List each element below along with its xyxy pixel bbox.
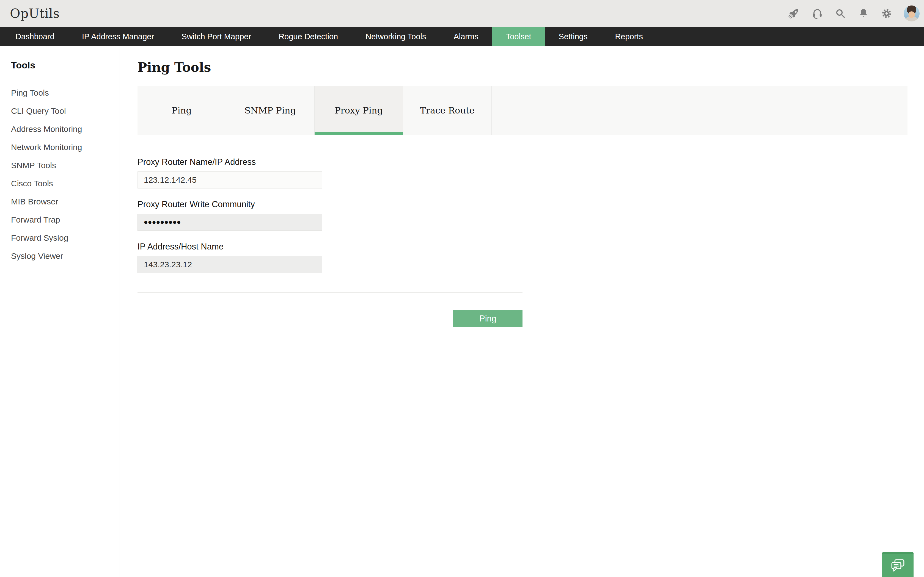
nav-item-rogue-detection[interactable]: Rogue Detection [265, 27, 352, 46]
tabstrip-filler [492, 86, 908, 135]
sidebar-item-snmp-tools[interactable]: SNMP Tools [0, 156, 120, 174]
ip-address-host-name-label: IP Address/Host Name [137, 242, 322, 252]
headset-icon[interactable] [811, 7, 823, 19]
tab-ping[interactable]: Ping [137, 86, 226, 135]
rocket-icon[interactable] [788, 7, 800, 19]
sidebar-item-syslog-viewer[interactable]: Syslog Viewer [0, 247, 120, 265]
sidebar-item-network-monitoring[interactable]: Network Monitoring [0, 138, 120, 156]
tools-sidebar: Tools Ping Tools CLI Query Tool Address … [0, 46, 120, 577]
tab-proxy-ping[interactable]: Proxy Ping [315, 86, 403, 135]
app-logo[interactable]: OpUtils [10, 6, 60, 21]
sidebar-item-address-monitoring[interactable]: Address Monitoring [0, 120, 120, 138]
sidebar-item-cli-query-tool[interactable]: CLI Query Tool [0, 102, 120, 120]
proxy-router-write-community-label: Proxy Router Write Community [137, 200, 322, 210]
topbar-actions [788, 0, 919, 27]
top-bar: OpUtils [0, 0, 924, 27]
sidebar-list: Ping Tools CLI Query Tool Address Monito… [0, 84, 120, 265]
sidebar-item-forward-trap[interactable]: Forward Trap [0, 211, 120, 229]
ping-button[interactable]: Ping [453, 310, 522, 327]
avatar[interactable] [904, 5, 919, 21]
proxy-router-name-label: Proxy Router Name/IP Address [137, 157, 322, 167]
nav-item-settings[interactable]: Settings [545, 27, 601, 46]
page-title: Ping Tools [137, 60, 908, 75]
form-divider [137, 292, 522, 293]
proxy-ping-form: Proxy Router Name/IP Address Proxy Route… [137, 157, 322, 273]
main-content: Ping Tools Ping SNMP Ping Proxy Ping Tra… [120, 46, 924, 577]
main-nav: Dashboard IP Address Manager Switch Port… [0, 27, 924, 46]
nav-item-ip-address-manager[interactable]: IP Address Manager [68, 27, 168, 46]
sidebar-item-cisco-tools[interactable]: Cisco Tools [0, 174, 120, 193]
nav-item-alarms[interactable]: Alarms [440, 27, 492, 46]
nav-item-reports[interactable]: Reports [601, 27, 657, 46]
tab-snmp-ping[interactable]: SNMP Ping [226, 86, 315, 135]
proxy-router-name-input[interactable] [137, 171, 322, 189]
nav-item-networking-tools[interactable]: Networking Tools [352, 27, 440, 46]
nav-item-toolset[interactable]: Toolset [492, 27, 545, 46]
nav-item-dashboard[interactable]: Dashboard [2, 27, 68, 46]
proxy-router-write-community-input[interactable] [137, 214, 322, 231]
button-row: Ping [137, 310, 522, 327]
nav-item-switch-port-mapper[interactable]: Switch Port Mapper [168, 27, 265, 46]
search-icon[interactable] [834, 7, 846, 19]
support-chat-button[interactable] [882, 552, 914, 577]
sidebar-item-ping-tools[interactable]: Ping Tools [0, 84, 120, 102]
sidebar-item-mib-browser[interactable]: MIB Browser [0, 193, 120, 211]
gear-icon[interactable] [880, 7, 893, 19]
chat-icon [890, 559, 906, 572]
sidebar-item-forward-syslog[interactable]: Forward Syslog [0, 229, 120, 247]
tab-trace-route[interactable]: Trace Route [403, 86, 492, 135]
ip-address-host-name-input[interactable] [137, 256, 322, 273]
ping-tools-tabstrip: Ping SNMP Ping Proxy Ping Trace Route [137, 86, 908, 135]
bell-icon[interactable] [858, 7, 869, 19]
sidebar-title: Tools [11, 60, 120, 71]
